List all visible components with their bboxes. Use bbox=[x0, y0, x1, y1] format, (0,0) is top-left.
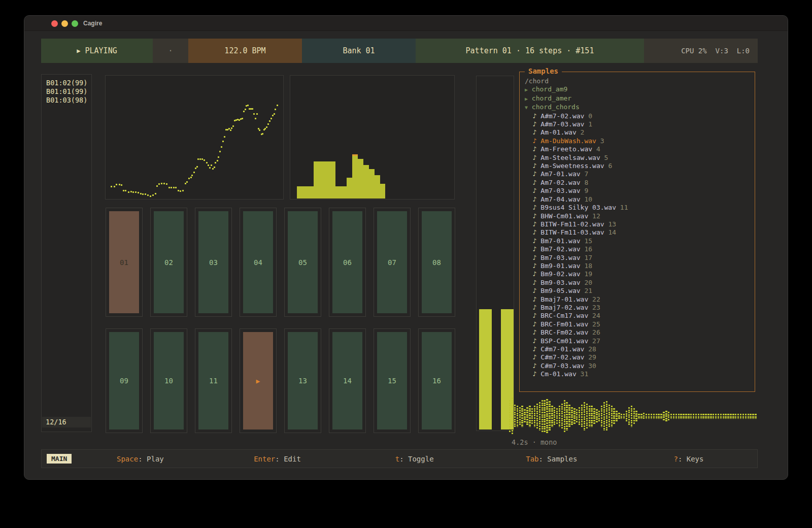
pad-14[interactable]: 14 bbox=[329, 328, 366, 433]
music-note-icon: ♪ bbox=[533, 162, 537, 170]
histogram-bars bbox=[297, 75, 385, 199]
music-note-icon: ♪ bbox=[533, 220, 537, 228]
bpm-display: 122.0 BPM bbox=[188, 39, 302, 63]
music-note-icon: ♪ bbox=[533, 187, 537, 194]
music-note-icon: ♪ bbox=[533, 195, 537, 203]
scatter-dot bbox=[155, 193, 156, 194]
scatter-dot bbox=[230, 129, 231, 131]
folder-chord_amer[interactable]: ▶ chord_amer bbox=[525, 94, 753, 103]
waveform-column bbox=[601, 406, 602, 426]
sample-file[interactable]: ♪ A#m7-02.wav 0 bbox=[525, 112, 753, 120]
scatter-dot bbox=[277, 105, 278, 106]
scatter-dot bbox=[264, 128, 266, 129]
sample-file[interactable]: ♪ Am7-04.wav 10 bbox=[525, 195, 753, 204]
sample-file[interactable]: ♪ BSP-Cm01.wav 27 bbox=[525, 337, 753, 345]
pad-07[interactable]: 07 bbox=[374, 208, 411, 317]
collapsed-arrow-icon[interactable]: ▶ bbox=[525, 96, 528, 102]
sample-file[interactable]: ♪ Am-DubWash.wav 3 bbox=[525, 137, 753, 145]
sample-file[interactable]: ♪ Am7-03.wav 9 bbox=[525, 187, 753, 195]
folder-chord_chords[interactable]: ▼ chord_chords bbox=[525, 103, 753, 112]
waveform-column bbox=[556, 408, 558, 424]
sample-file[interactable]: ♪ Cm-01.wav 31 bbox=[525, 370, 753, 378]
minimize-window-button[interactable] bbox=[61, 20, 68, 27]
key-hints: Space: PlayEnter: Editt: ToggleTab: Samp… bbox=[72, 455, 757, 463]
pad-16[interactable]: 16 bbox=[418, 328, 455, 433]
sample-file[interactable]: ♪ Bm9-01.wav 18 bbox=[525, 262, 753, 270]
sample-file[interactable]: ♪ Bm7-01.wav 15 bbox=[525, 237, 753, 245]
sample-file[interactable]: ♪ Bm7-03.wav 17 bbox=[525, 254, 753, 262]
sample-file[interactable]: ♪ BRC-Fm01.wav 25 bbox=[525, 320, 753, 328]
waveform-column bbox=[660, 414, 662, 418]
pad-05[interactable]: 05 bbox=[284, 208, 321, 317]
pad-12[interactable]: ▶ bbox=[240, 328, 277, 433]
step-position: 12/16 bbox=[42, 417, 91, 427]
sample-index: 7 bbox=[584, 170, 588, 178]
scatter-dot bbox=[171, 187, 172, 188]
sample-file[interactable]: ♪ Am-Steelsaw.wav 5 bbox=[525, 154, 753, 162]
sample-file[interactable]: ♪ Am-Freeto.wav 4 bbox=[525, 145, 753, 153]
waveform-column bbox=[628, 407, 630, 426]
pad-11[interactable]: 11 bbox=[195, 328, 232, 433]
collapsed-arrow-icon[interactable]: ▶ bbox=[525, 87, 528, 92]
hint-?: ?: Keys bbox=[620, 455, 757, 463]
waveform-column bbox=[742, 414, 744, 418]
pad-15[interactable]: 15 bbox=[374, 328, 411, 433]
sample-file[interactable]: ♪ A#m7-03.wav 1 bbox=[525, 120, 753, 128]
waveform-column bbox=[737, 414, 739, 418]
sample-file[interactable]: ♪ Bmaj7-01.wav 22 bbox=[525, 295, 753, 304]
sample-file[interactable]: ♪ Am7-01.wav 7 bbox=[525, 170, 753, 178]
sample-file[interactable]: ♪ Bm9-02.wav 19 bbox=[525, 270, 753, 278]
sample-file[interactable]: ♪ BRC-Cm17.wav 24 bbox=[525, 312, 753, 320]
pad-09[interactable]: 09 bbox=[106, 328, 143, 433]
scatter-dot bbox=[242, 118, 243, 119]
pad-13[interactable]: 13 bbox=[284, 328, 321, 433]
pad-08[interactable]: 08 bbox=[418, 208, 455, 317]
scatter-dot bbox=[147, 194, 149, 196]
histogram-bar bbox=[319, 161, 325, 199]
sample-waveform bbox=[509, 397, 757, 436]
pad-label: 06 bbox=[332, 211, 362, 313]
waveform-column bbox=[626, 411, 627, 422]
hint-space: Space: Play bbox=[72, 455, 209, 463]
samples-path: /chord bbox=[525, 77, 753, 85]
sample-file[interactable]: ♪ Am-01.wav 2 bbox=[525, 128, 753, 137]
folder-chord_am9[interactable]: ▶ chord_am9 bbox=[525, 85, 753, 94]
sample-file[interactable]: ♪ Bmaj7-02.wav 23 bbox=[525, 304, 753, 312]
scatter-dot bbox=[175, 187, 177, 188]
pad-02[interactable]: 02 bbox=[150, 208, 187, 317]
sample-file[interactable]: ♪ BRC-Fm02.wav 26 bbox=[525, 328, 753, 337]
sample-file[interactable]: ♪ BITW-Fm11-03.wav 14 bbox=[525, 228, 753, 237]
pad-10[interactable]: 10 bbox=[150, 328, 187, 433]
samples-browser-panel[interactable]: Samples /chord▶ chord_am9▶ chord_amer▼ c… bbox=[519, 72, 755, 392]
pad-label: 13 bbox=[288, 332, 318, 430]
sample-file[interactable]: ♪ B9sus4 Silky 03.wav 11 bbox=[525, 204, 753, 212]
sample-file[interactable]: ♪ C#m7-02.wav 29 bbox=[525, 353, 753, 361]
music-note-icon: ♪ bbox=[533, 112, 537, 120]
sample-file[interactable]: ♪ Bm9-05.wav 21 bbox=[525, 287, 753, 295]
title-bar: Cagire bbox=[24, 16, 788, 31]
expanded-arrow-icon[interactable]: ▼ bbox=[525, 105, 528, 110]
pad-04[interactable]: 04 bbox=[240, 208, 277, 317]
sample-file[interactable]: ♪ Am7-02.wav 8 bbox=[525, 179, 753, 187]
sample-file[interactable]: ♪ Bm9-03.wav 20 bbox=[525, 279, 753, 287]
scatter-dot bbox=[256, 113, 258, 115]
waveform-column bbox=[611, 406, 613, 426]
scatter-dot bbox=[215, 162, 216, 163]
waveform-column bbox=[631, 406, 632, 426]
scatter-dot bbox=[204, 159, 205, 161]
waveform-column bbox=[705, 414, 706, 418]
sample-file[interactable]: ♪ BHW-Cm01.wav 12 bbox=[525, 212, 753, 220]
sample-file[interactable]: ♪ C#m7-03.wav 30 bbox=[525, 362, 753, 370]
sample-file[interactable]: ♪ C#m7-01.wav 28 bbox=[525, 345, 753, 353]
zoom-window-button[interactable] bbox=[72, 20, 78, 27]
sample-file[interactable]: ♪ Bm7-02.wav 16 bbox=[525, 245, 753, 253]
sample-file[interactable]: ♪ Am-Sweetness.wav 6 bbox=[525, 162, 753, 170]
pad-03[interactable]: 03 bbox=[195, 208, 232, 317]
sample-file[interactable]: ♪ BITW-Fm11-02.wav 13 bbox=[525, 220, 753, 228]
pad-06[interactable]: 06 bbox=[329, 208, 366, 317]
waveform-column bbox=[690, 414, 692, 418]
pad-01[interactable]: 01 bbox=[106, 208, 143, 317]
waveform-column bbox=[509, 400, 511, 433]
close-window-button[interactable] bbox=[51, 20, 58, 27]
sample-histogram-chart bbox=[290, 75, 455, 200]
